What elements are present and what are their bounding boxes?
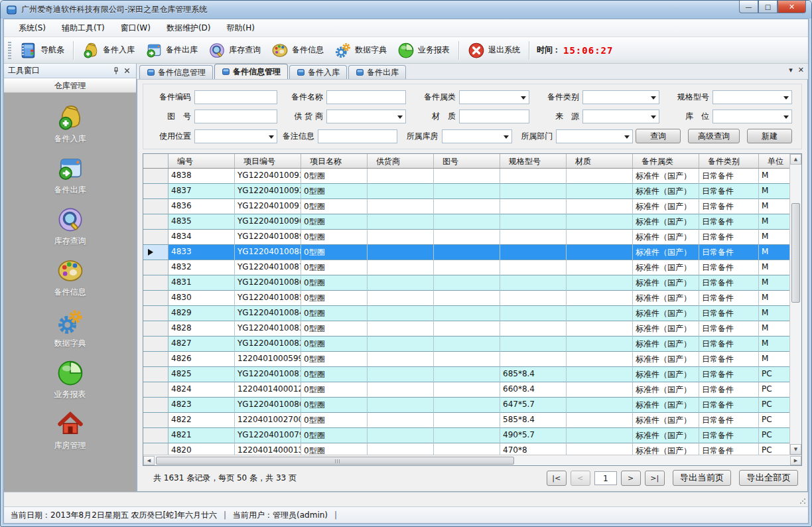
close-icon[interactable] (121, 66, 132, 76)
table-row[interactable]: 4821 YG12204010079 0型圈 490*5.7 标准件（国产） (143, 428, 789, 443)
row-selector[interactable] (143, 382, 169, 398)
next-page-button[interactable]: > (621, 471, 641, 486)
table-row[interactable]: 4823 YG12204010080 0型圈 647*5.7 标准件（国产） (143, 398, 789, 413)
minimize-button[interactable]: — (739, 1, 758, 13)
scroll-right-icon[interactable]: ▶ (790, 456, 801, 465)
table-row[interactable]: 4822 1220401002700 0型圈 585*8.4 标准件（国产） (143, 413, 789, 428)
new-button[interactable]: 新建 (747, 129, 792, 143)
column-header[interactable]: 单位 (759, 154, 789, 168)
table-row[interactable]: 4829 YG12204010084 0型圈 标准件（国产） (143, 306, 789, 321)
toolbar-business-report-button[interactable]: 业务报表 (392, 39, 455, 62)
column-header[interactable]: 供货商 (368, 154, 434, 168)
usage-position-combo[interactable] (194, 129, 277, 143)
horizontal-scrollbar[interactable]: ◀ ▶ (143, 455, 801, 465)
row-selector[interactable] (143, 306, 169, 321)
warehouse-combo[interactable] (442, 129, 512, 143)
close-button[interactable]: ✕ (778, 1, 806, 13)
row-selector[interactable] (143, 352, 169, 367)
row-selector[interactable] (143, 214, 169, 230)
row-selector[interactable] (143, 291, 169, 306)
row-selector[interactable] (143, 260, 169, 275)
table-row[interactable]: 4835 YG12204010090 0型圈 标准件（国产） (143, 214, 789, 230)
column-header[interactable]: 项目名称 (301, 154, 368, 168)
spec-model-combo[interactable] (712, 90, 792, 104)
toolbar-exit-button[interactable]: 退出系统 (462, 39, 525, 62)
pin-icon[interactable] (111, 66, 121, 76)
row-selector[interactable] (143, 245, 169, 260)
export-current-page-button[interactable]: 导出当前页 (673, 470, 732, 486)
table-row[interactable]: 4824 1220401400012 0型圈 660*8.4 标准件（国产） (143, 382, 789, 398)
remark-input[interactable] (318, 129, 397, 143)
sidebar-item-warehouse-mgmt[interactable]: 库房管理 (31, 410, 110, 451)
table-row[interactable]: 4832 YG12204010087 0型圈 标准件（国产） (143, 260, 789, 275)
table-row[interactable]: 4830 YG12204010085 0型圈 标准件（国产） (143, 291, 789, 306)
table-row[interactable]: 4833 YG12204010088 0型圈 标准件（国产） (143, 245, 789, 260)
table-row[interactable]: 4820 1220401400013 0型圈 470*8 标准件（国产） (143, 443, 789, 455)
column-header[interactable]: 项目编号 (235, 154, 301, 168)
menu-aux-tools[interactable]: 辅助工具(T) (54, 20, 113, 37)
toolbar-navbar-button[interactable]: 导航条 (15, 39, 70, 62)
row-selector[interactable] (143, 199, 169, 214)
department-combo[interactable] (556, 129, 633, 143)
column-header[interactable]: 备件类别 (699, 154, 759, 168)
column-header[interactable]: 编号 (169, 154, 235, 168)
toolbar-grip[interactable] (8, 42, 11, 59)
row-selector[interactable] (143, 337, 169, 352)
row-selector[interactable] (143, 184, 169, 199)
row-selector[interactable] (143, 413, 169, 428)
page-number-input[interactable]: 1 (594, 471, 617, 485)
table-row[interactable]: 4825 YG12204010081 0型圈 685*8.4 标准件（国产） (143, 367, 789, 382)
row-selector[interactable] (143, 275, 169, 291)
vertical-scrollbar[interactable]: ▲ ▼ (789, 154, 801, 455)
location-combo[interactable] (712, 110, 792, 123)
toolbar-data-dictionary-button[interactable]: 数据字典 (329, 39, 392, 62)
source-combo[interactable] (582, 110, 659, 123)
toolbar-stock-query-button[interactable]: 库存查询 (203, 39, 266, 62)
tab-parts-info-mgmt-2-active[interactable]: 备件信息管理 (214, 64, 288, 79)
close-icon[interactable]: ✕ (798, 66, 804, 74)
table-row[interactable]: 4831 YG12204010086 0型圈 标准件（国产） (143, 275, 789, 291)
part-name-input[interactable] (326, 90, 406, 104)
export-all-pages-button[interactable]: 导出全部页 (739, 470, 798, 486)
query-button[interactable]: 查询 (636, 129, 681, 143)
toolbar-parts-outbound-button[interactable]: 备件出库 (140, 39, 203, 62)
resize-grip[interactable] (799, 498, 806, 504)
part-code-input[interactable] (194, 90, 277, 104)
scroll-down-icon[interactable]: ▼ (790, 444, 801, 455)
sidebar-item-stock-query[interactable]: 库存查询 (31, 206, 110, 247)
tab-parts-info-mgmt-1[interactable]: 备件信息管理 (139, 65, 213, 79)
column-header[interactable]: 材质 (567, 154, 633, 168)
scroll-left-icon[interactable]: ◀ (143, 456, 155, 465)
scroll-up-icon[interactable]: ▲ (790, 154, 801, 165)
last-page-button[interactable]: >| (645, 471, 665, 486)
maximize-button[interactable]: □ (758, 1, 778, 13)
part-class-combo[interactable] (582, 90, 659, 104)
sidebar-item-data-dictionary[interactable]: 数据字典 (31, 308, 110, 349)
part-category-combo[interactable] (459, 90, 529, 104)
column-header[interactable]: 规格型号 (500, 154, 567, 168)
table-row[interactable]: 4836 YG12204010091 0型圈 标准件（国产） (143, 199, 789, 214)
row-selector[interactable] (143, 428, 169, 443)
row-selector[interactable] (143, 230, 169, 245)
prev-page-button[interactable]: < (571, 471, 590, 486)
row-selector[interactable] (143, 367, 169, 382)
row-selector[interactable] (143, 443, 169, 455)
table-row[interactable]: 4837 YG12204010092 0型圈 标准件（国产） (143, 184, 789, 199)
horizontal-scroll-thumb[interactable] (156, 457, 514, 465)
column-header[interactable]: 图号 (434, 154, 500, 168)
advanced-query-button[interactable]: 高级查询 (688, 129, 740, 143)
table-row[interactable]: 4838 YG12204010093 0型圈 标准件（国产） (143, 169, 789, 184)
table-row[interactable]: 4828 YG12204010083 0型圈 标准件（国产） (143, 321, 789, 337)
sidebar-item-parts-inbound[interactable]: 备件入库 (31, 104, 110, 145)
row-selector[interactable] (143, 398, 169, 413)
menu-window[interactable]: 窗口(W) (113, 20, 159, 37)
material-input[interactable] (459, 110, 529, 123)
menu-system[interactable]: 系统(S) (11, 20, 54, 37)
menu-data-maintenance[interactable]: 数据维护(D) (159, 20, 219, 37)
row-selector[interactable] (143, 169, 169, 184)
row-selector[interactable] (143, 321, 169, 337)
table-row[interactable]: 4827 YG12204010082 0型圈 标准件（国产） (143, 337, 789, 352)
title-bar[interactable]: 广州爱奇迪软件科技有限公司-深田之星仓库管理系统 — □ ✕ (1, 1, 811, 19)
vertical-scroll-thumb[interactable] (791, 203, 800, 303)
supplier-combo[interactable] (326, 110, 406, 123)
